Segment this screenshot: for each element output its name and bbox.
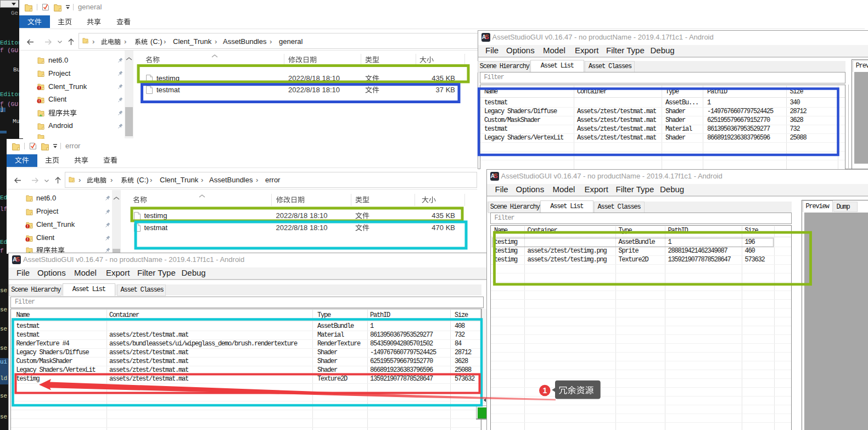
svg-text:1: 1 <box>542 386 547 395</box>
